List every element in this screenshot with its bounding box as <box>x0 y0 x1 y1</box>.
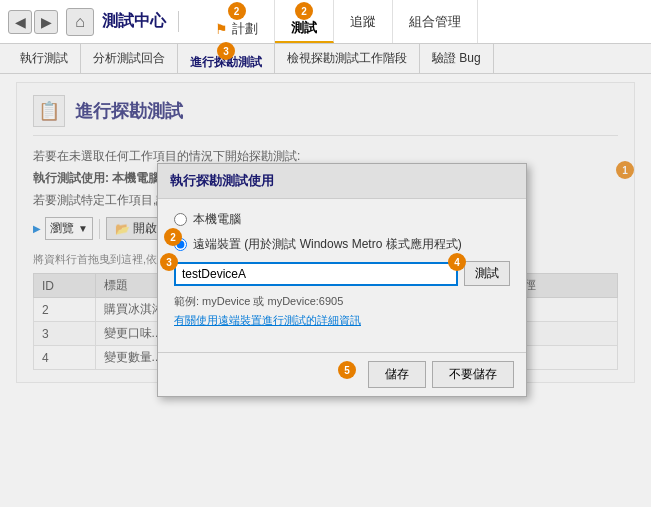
hint-text: 範例: myDevice 或 myDevice:6905 <box>174 294 510 309</box>
badge-1: 2 <box>228 2 246 20</box>
test-button[interactable]: 測試 <box>464 261 510 286</box>
badge-input: 3 <box>160 253 178 271</box>
nav-tab-plan[interactable]: 2 ⚑ 計劃 <box>199 0 275 43</box>
badge-3: 3 <box>217 42 235 60</box>
radio-remote-row: 2 遠端裝置 (用於測試 Windows Metro 樣式應用程式) <box>174 236 510 253</box>
nav-tab-test-label: 測試 <box>291 19 317 37</box>
back-button[interactable]: ◀ <box>8 10 32 34</box>
second-nav-explore[interactable]: 3 進行探勘測試 <box>178 44 275 73</box>
nav-back-forward: ◀ ▶ <box>8 10 58 34</box>
save-button[interactable]: 儲存 <box>368 361 426 388</box>
badge-save: 5 <box>338 361 356 379</box>
second-nav-verify[interactable]: 驗證 Bug <box>420 44 494 73</box>
badge-2: 2 <box>295 2 313 20</box>
home-button[interactable]: ⌂ <box>66 8 94 36</box>
main-area: 📋 進行探勘測試 若要在未選取任何工作項目的情況下開始探勘測試: 執行測試使用:… <box>8 82 643 383</box>
second-nav-view[interactable]: 檢視探勘測試工作階段 <box>275 44 420 73</box>
nav-tab-manage[interactable]: 組合管理 <box>393 0 478 43</box>
nav-tabs: 2 ⚑ 計劃 2 測試 追蹤 組合管理 <box>199 0 643 43</box>
radio-local[interactable] <box>174 213 187 226</box>
radio-remote-label: 遠端裝置 (用於測試 Windows Metro 樣式應用程式) <box>193 236 462 253</box>
nav-tab-track[interactable]: 追蹤 <box>334 0 393 43</box>
nav-tab-test[interactable]: 2 測試 <box>275 0 334 43</box>
device-input[interactable] <box>174 262 458 286</box>
detail-link[interactable]: 有關使用遠端裝置進行測試的詳細資訊 <box>174 313 510 328</box>
main-content: 📋 進行探勘測試 若要在未選取任何工作項目的情況下開始探勘測試: 執行測試使用:… <box>16 82 635 383</box>
no-save-button[interactable]: 不要儲存 <box>432 361 514 388</box>
forward-button[interactable]: ▶ <box>34 10 58 34</box>
modal-body: 本機電腦 2 遠端裝置 (用於測試 Windows Metro 樣式應用程式) … <box>158 199 526 352</box>
modal-footer: 5 儲存 不要儲存 <box>158 352 526 396</box>
flag-icon: ⚑ <box>215 21 228 37</box>
radio-local-label: 本機電腦 <box>193 211 241 228</box>
radio-local-row: 本機電腦 <box>174 211 510 228</box>
second-nav-analyze[interactable]: 分析測試回合 <box>81 44 178 73</box>
nav-tab-track-label: 追蹤 <box>350 13 376 31</box>
nav-tab-manage-label: 組合管理 <box>409 13 461 31</box>
modal-dialog: 執行探勘測試使用 本機電腦 2 遠端裝置 (用於測試 Windows Metro… <box>157 163 527 397</box>
modal-title: 執行探勘測試使用 <box>158 164 526 199</box>
nav-tab-plan-label: 計劃 <box>232 20 258 38</box>
device-input-row: 3 4 測試 <box>174 261 510 286</box>
modal-overlay: 執行探勘測試使用 本機電腦 2 遠端裝置 (用於測試 Windows Metro… <box>17 83 634 382</box>
second-nav-bar: 執行測試 分析測試回合 3 進行探勘測試 檢視探勘測試工作階段 驗證 Bug <box>0 44 651 74</box>
badge-test: 4 <box>448 253 466 271</box>
badge-radio: 2 <box>164 228 182 246</box>
second-nav-run[interactable]: 執行測試 <box>8 44 81 73</box>
app-title: 測試中心 <box>102 11 179 32</box>
top-nav-bar: ◀ ▶ ⌂ 測試中心 2 ⚑ 計劃 2 測試 追蹤 組合管理 <box>0 0 651 44</box>
